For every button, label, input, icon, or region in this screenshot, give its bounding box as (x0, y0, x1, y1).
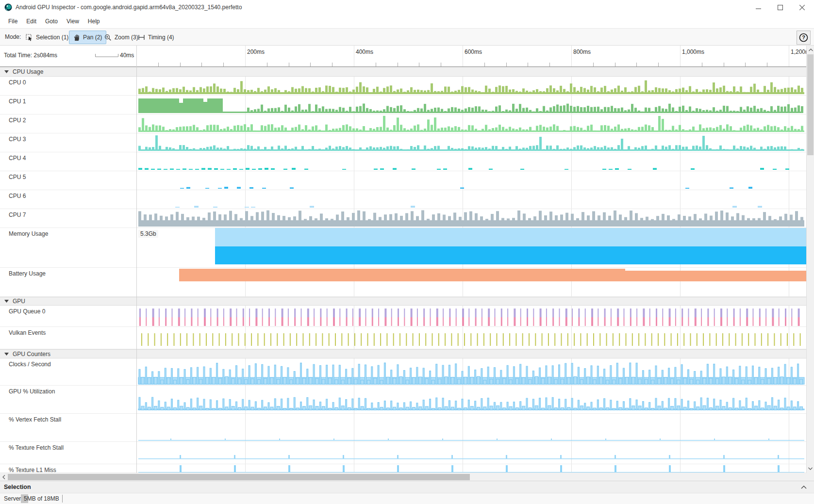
track-row-cpu-3[interactable]: CPU 3 (0, 133, 806, 152)
ruler-tick-label: 1,000ms (682, 49, 704, 55)
track-row-gpu-utilization[interactable]: GPU % Utilization (0, 386, 806, 414)
ruler-minor-tick (419, 63, 419, 66)
track-content-clocks-second[interactable] (136, 358, 806, 386)
track-row-texture-l1-miss[interactable]: % Texture L1 Miss (0, 464, 806, 473)
ruler-minor-tick (441, 63, 441, 66)
menu-item-file[interactable]: File (4, 16, 22, 27)
track-row-battery-usage[interactable]: Battery Usage (0, 268, 806, 297)
status-divider (62, 495, 63, 503)
track-content-vertex-fetch-stall[interactable] (136, 414, 806, 442)
track-label-cpu-0: CPU 0 (9, 79, 26, 86)
track-label-cpu-5: CPU 5 (9, 174, 26, 180)
timing-brackets-icon (138, 34, 145, 41)
ruler-tick-label: 800ms (573, 49, 591, 55)
ruler-minor-tick (201, 63, 202, 66)
ruler-gridline (354, 46, 354, 66)
maximize-button[interactable] (769, 0, 791, 15)
server-label: Server: (4, 495, 23, 502)
ruler-minor-tick (767, 63, 767, 66)
scroll-left-icon[interactable] (0, 473, 8, 481)
ruler-minor-tick (180, 63, 181, 66)
pan-mode-label: Pan (2) (83, 34, 102, 41)
timeline-ruler[interactable]: Total Time: 2s084ms 40ms 200ms400ms600ms… (0, 46, 814, 67)
selection-cursor-icon (26, 34, 33, 41)
track-row-vulkan-events[interactable]: Vulkan Events (0, 327, 806, 349)
total-time-label: Total Time: 2s084ms (4, 52, 57, 59)
track-row-cpu-1[interactable]: CPU 1 (0, 96, 806, 114)
track-content-memory-usage[interactable] (136, 228, 806, 268)
menu-item-edit[interactable]: Edit (22, 16, 41, 27)
track-content-battery-usage[interactable] (136, 268, 806, 297)
chevron-up-icon[interactable] (801, 486, 807, 489)
track-row-clocks-second[interactable]: Clocks / Second (0, 358, 806, 386)
section-header-gpu-counters[interactable]: GPU Counters (0, 349, 806, 358)
track-row-texture-fetch-stall[interactable]: % Texture Fetch Stall (0, 442, 806, 464)
track-content-cpu-0[interactable] (136, 77, 806, 96)
track-label-cpu-1: CPU 1 (9, 98, 26, 105)
track-content-vulkan-events[interactable] (136, 327, 806, 349)
track-content-cpu-6[interactable] (136, 190, 806, 209)
section-header-gpu[interactable]: GPU (0, 297, 806, 306)
track-content-cpu-4[interactable] (136, 152, 806, 171)
close-button[interactable] (791, 0, 813, 15)
help-button[interactable]: ? (797, 31, 811, 45)
horizontal-scrollbar-thumb[interactable] (8, 474, 470, 480)
ruler-minor-tick (636, 63, 637, 66)
track-content-cpu-3[interactable] (136, 133, 806, 152)
timing-mode-label: Timing (4) (148, 34, 174, 41)
track-label-cpu-3: CPU 3 (9, 136, 26, 143)
timing-mode-button[interactable]: Timing (4) (133, 31, 179, 44)
track-row-vertex-fetch-stall[interactable]: % Vertex Fetch Stall (0, 414, 806, 442)
menu-bar: FileEditGotoViewHelp (0, 15, 814, 28)
ruler-gridline (571, 46, 572, 66)
menu-item-help[interactable]: Help (83, 16, 104, 27)
ruler-minor-tick (289, 63, 289, 66)
app-window: Android GPU Inspector - com.google.andro… (0, 0, 814, 504)
svg-text:?: ? (802, 34, 805, 40)
track-row-cpu-4[interactable]: CPU 4 (0, 152, 806, 171)
track-label-gpu-queue-0: GPU Queue 0 (9, 308, 45, 315)
minimize-icon (756, 5, 761, 10)
track-row-cpu-0[interactable]: CPU 0 (0, 77, 806, 96)
track-content-cpu-2[interactable] (136, 114, 806, 133)
track-label-battery-usage: Battery Usage (9, 270, 46, 277)
track-row-memory-usage[interactable]: Memory Usage5.3Gb (0, 228, 806, 268)
selection-mode-button[interactable]: Selection (1) (21, 31, 73, 44)
section-header-cpu-usage[interactable]: CPU Usage (0, 67, 806, 77)
chevron-down-icon (4, 353, 9, 356)
selection-mode-label: Selection (1) (36, 34, 68, 41)
ruler-gridline (789, 46, 789, 66)
mode-toolbar: Mode: Selection (1) Pan (2) Zoom (3) (0, 28, 814, 46)
track-label-cpu-7: CPU 7 (9, 211, 26, 218)
ruler-minor-tick (398, 63, 398, 66)
track-row-cpu-5[interactable]: CPU 5 (0, 171, 806, 190)
track-content-texture-l1-miss[interactable] (136, 464, 806, 473)
selection-panel-header[interactable]: Selection (0, 481, 814, 493)
ruler-minor-tick (506, 63, 507, 66)
menu-item-goto[interactable]: Goto (41, 16, 62, 27)
ruler-minor-tick (658, 63, 659, 66)
menu-item-view[interactable]: View (62, 16, 83, 27)
track-row-gpu-queue-0[interactable]: GPU Queue 0 (0, 306, 806, 327)
track-row-cpu-2[interactable]: CPU 2 (0, 114, 806, 133)
track-label-texture-fetch-stall: % Texture Fetch Stall (9, 444, 64, 451)
track-content-texture-fetch-stall[interactable] (136, 442, 806, 464)
scroll-down-icon[interactable] (806, 465, 814, 472)
scroll-up-icon[interactable] (807, 46, 814, 54)
track-content-cpu-7[interactable] (136, 209, 806, 228)
vertical-scrollbar-thumb[interactable] (807, 54, 814, 155)
track-content-gpu-utilization[interactable] (136, 386, 806, 414)
track-label-vertex-fetch-stall: % Vertex Fetch Stall (9, 416, 61, 423)
timeline-tracks[interactable]: CPU UsageCPU 0CPU 1CPU 2CPU 3CPU 4CPU 5C… (0, 67, 806, 473)
track-content-cpu-5[interactable] (136, 171, 806, 190)
minimize-button[interactable] (748, 0, 769, 15)
ruler-minor-tick (332, 63, 332, 66)
track-content-gpu-queue-0[interactable] (136, 306, 806, 327)
ruler-gridline (680, 46, 681, 66)
selection-panel-title: Selection (4, 484, 31, 490)
window-title: Android GPU Inspector - com.google.andro… (16, 4, 242, 11)
track-row-cpu-6[interactable]: CPU 6 (0, 190, 806, 209)
track-row-cpu-7[interactable]: CPU 7 (0, 209, 806, 228)
track-content-cpu-1[interactable] (136, 96, 806, 114)
track-label-clocks-second: Clocks / Second (9, 361, 51, 368)
